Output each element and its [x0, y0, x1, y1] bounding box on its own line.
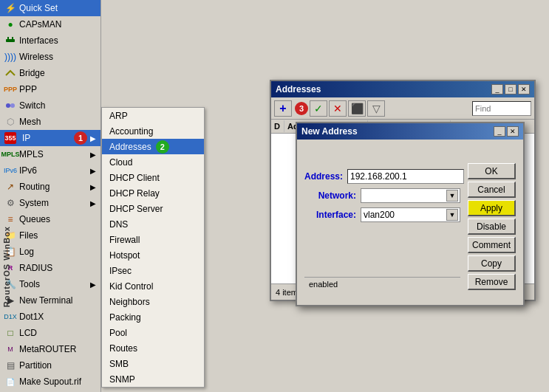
delete-btn[interactable]: ✕	[329, 100, 347, 117]
sidebar-item-ipv6[interactable]: IPv6 IPv6 ▶	[0, 162, 100, 179]
ip-submenu-dns[interactable]: DNS	[102, 216, 204, 232]
network-dropdown-arrow[interactable]: ▼	[446, 190, 458, 202]
sidebar-item-ppp[interactable]: PPP PPP	[0, 81, 100, 97]
ip-submenu-hotspot[interactable]: Hotspot	[102, 247, 204, 263]
sidebar-item-label: MetaROUTER	[19, 344, 76, 354]
sidebar-item-files[interactable]: 📁 Files	[0, 227, 100, 244]
sidebar-item-log[interactable]: 📋 Log	[0, 244, 100, 260]
sidebar-item-routing[interactable]: ↗ Routing ▶	[0, 179, 100, 195]
ip-submenu-arp[interactable]: ARP	[102, 108, 204, 123]
sidebar-item-ip[interactable]: 355 IP 1 ▶	[0, 130, 100, 146]
cloud-label: Cloud	[109, 157, 132, 168]
routing-arrow: ▶	[90, 183, 96, 191]
sidebar-item-tools[interactable]: 🔧 Tools ▶	[0, 276, 100, 292]
packing-label: Packing	[109, 312, 141, 323]
svg-point-4	[10, 103, 15, 108]
sidebar-item-bridge[interactable]: Bridge	[0, 65, 100, 81]
sidebar-item-label: Wireless	[19, 52, 53, 62]
sidebar-item-system[interactable]: ⚙ System ▶	[0, 195, 100, 211]
address-label: Address:	[304, 171, 343, 182]
addr-maximize-btn[interactable]: □	[505, 84, 516, 94]
sidebar-item-quick-set[interactable]: ⚡ Quick Set	[0, 0, 100, 16]
remove-button[interactable]: Remove	[468, 274, 516, 290]
sidebar-item-label: PPP	[19, 84, 37, 94]
partition-icon: ▤	[4, 360, 16, 371]
add-address-btn[interactable]: +	[274, 100, 292, 117]
ip-submenu-snmp[interactable]: SNMP	[102, 371, 204, 387]
sidebar-item-switch[interactable]: Switch	[0, 97, 100, 114]
svg-rect-0	[6, 39, 15, 42]
ip-submenu-neighbors[interactable]: Neighbors	[102, 294, 204, 309]
sidebar-item-meta[interactable]: M MetaROUTER	[0, 341, 100, 357]
check-btn[interactable]: ✓	[310, 100, 327, 117]
ip-submenu-dhcp-server[interactable]: DHCP Server	[102, 201, 204, 216]
bridge-icon	[4, 67, 16, 79]
interface-dropdown-arrow[interactable]: ▼	[446, 209, 458, 221]
dialog-status-bar: enabled	[304, 277, 460, 293]
sidebar-item-interfaces[interactable]: Interfaces	[0, 32, 100, 49]
ip-submenu-cloud[interactable]: Cloud	[102, 154, 204, 170]
cancel-button[interactable]: Cancel	[468, 182, 516, 198]
ip-submenu-accounting[interactable]: Accounting	[102, 123, 204, 139]
address-input[interactable]	[347, 169, 464, 184]
kid-control-label: Kid Control	[109, 281, 153, 292]
ip-submenu-smb[interactable]: SMB	[102, 356, 204, 371]
sidebar-item-mpls[interactable]: MPLS MPLS ▶	[0, 146, 100, 162]
ip-submenu-pool[interactable]: Pool	[102, 325, 204, 340]
sidebar-item-new-terminal[interactable]: ▶ New Terminal	[0, 292, 100, 309]
sidebar-item-label: Partition	[19, 360, 52, 371]
ip-submenu-firewall[interactable]: Firewall	[102, 232, 204, 247]
ip-arrow: ▶	[90, 134, 96, 142]
ipv6-icon: IPv6	[4, 165, 16, 176]
ip-submenu-addresses[interactable]: Addresses 2	[102, 139, 204, 154]
comment-button[interactable]: Comment	[468, 237, 516, 253]
sidebar-item-capsman[interactable]: ● CAPsMAN	[0, 16, 100, 32]
sidebar-item-radius[interactable]: R RADIUS	[0, 260, 100, 276]
accounting-label: Accounting	[109, 126, 153, 137]
sidebar-item-lcd[interactable]: □ LCD	[0, 325, 100, 341]
address-row: Address:	[304, 169, 460, 184]
sidebar-item-mesh[interactable]: ⬡ Mesh	[0, 114, 100, 130]
ip-submenu: ARP Accounting Addresses 2 Cloud DHCP Cl…	[101, 107, 205, 388]
addr-close-btn[interactable]: ✕	[518, 84, 530, 94]
network-row: Network: ▼	[304, 188, 460, 203]
sidebar-item-dot1x[interactable]: D1X Dot1X	[0, 309, 100, 325]
filter-btn[interactable]: ▽	[367, 100, 385, 117]
sidebar-item-label: Bridge	[19, 68, 45, 78]
ok-button[interactable]: OK	[468, 163, 516, 179]
ip-submenu-dhcp-client[interactable]: DHCP Client	[102, 170, 204, 185]
addr-minimize-btn[interactable]: _	[491, 84, 503, 94]
addr-titlebar: Addresses _ □ ✕	[271, 81, 534, 97]
ip-submenu-packing[interactable]: Packing	[102, 309, 204, 325]
ip-badge-1: 1	[74, 131, 87, 145]
sidebar-item-label: Files	[19, 230, 38, 241]
sidebar-item-queues[interactable]: ≡ Queues	[0, 211, 100, 227]
ip-submenu-routes[interactable]: Routes	[102, 340, 204, 356]
ppp-icon: PPP	[4, 83, 16, 95]
copy-btn[interactable]: ⬛	[348, 100, 366, 117]
sidebar-item-make[interactable]: 📄 Make Supout.rif	[0, 374, 100, 390]
sidebar-item-wireless[interactable]: )))) Wireless	[0, 49, 100, 65]
new-addr-minimize-btn[interactable]: _	[494, 126, 505, 137]
interface-select-input[interactable]: vlan200	[361, 208, 460, 221]
sidebar-item-label: IP	[22, 133, 30, 143]
network-select-input[interactable]	[361, 189, 460, 202]
addr-search-input[interactable]	[472, 101, 531, 116]
dialog-status-text: enabled	[309, 280, 338, 289]
disable-button[interactable]: Disable	[468, 219, 516, 235]
capsman-icon: ●	[4, 18, 16, 30]
ip-submenu-dhcp-relay[interactable]: DHCP Relay	[102, 185, 204, 201]
apply-button[interactable]: Apply	[468, 200, 516, 216]
addresses-label: Addresses	[109, 142, 151, 152]
network-select[interactable]: ▼	[361, 188, 460, 203]
ip-submenu-kid-control[interactable]: Kid Control	[102, 278, 204, 294]
mesh-icon: ⬡	[4, 116, 16, 128]
interface-select[interactable]: vlan200 ▼	[361, 207, 460, 222]
sidebar-item-partition[interactable]: ▤ Partition	[0, 357, 100, 374]
copy-button[interactable]: Copy	[468, 255, 516, 272]
new-addr-close-btn[interactable]: ✕	[507, 126, 519, 137]
ip-submenu-ipsec[interactable]: IPsec	[102, 263, 204, 278]
ipsec-label: IPsec	[109, 266, 132, 276]
firewall-label: Firewall	[109, 235, 140, 245]
ip-icon: 355	[4, 132, 16, 144]
